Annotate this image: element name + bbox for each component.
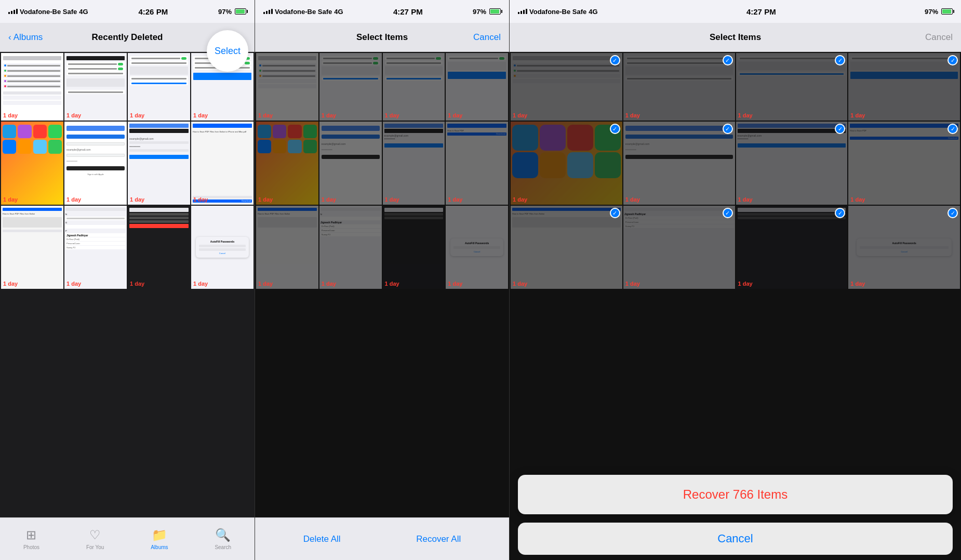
cancel-button-2[interactable]: Cancel — [473, 32, 501, 43]
thumb-p3-2-4[interactable]: How to Save PDF Download ✓ 1 day — [848, 122, 960, 205]
chevron-left-icon-1: ‹ — [8, 32, 11, 43]
panel-recover-overlay: Vodafone-Be Safe 4G 4:27 PM 97% Select I… — [509, 0, 961, 560]
thumb-p2-1-1[interactable]: 1 day — [256, 53, 318, 121]
time-label-3-1: 1 day — [3, 281, 18, 287]
thumb-p2-2-1[interactable]: 1 day — [256, 122, 318, 205]
time-label-3-2: 1 day — [66, 281, 81, 287]
check-icon-p3-1-2: ✓ — [723, 55, 733, 65]
panel-recently-deleted: Vodafone-Be Safe 4G 4:26 PM 97% ‹ Albums… — [0, 0, 255, 560]
thumb-p3-1-2[interactable]: ✓ 1 day — [623, 53, 735, 121]
status-left-3: Vodafone-Be Safe 4G — [518, 8, 598, 16]
cancel-recover-label: Cancel — [717, 532, 753, 545]
thumb-p2-2-2[interactable]: example@gmail.com •••••••••••• 1 day — [319, 122, 382, 205]
thumb-p3-2-1[interactable]: ✓ 1 day — [511, 122, 622, 205]
time-label-2-2: 1 day — [66, 196, 81, 203]
panel-select-items: Vodafone-Be Safe 4G 4:27 PM 97% Select I… — [255, 0, 509, 560]
check-icon-p3-1-4: ✓ — [947, 55, 958, 65]
status-left-1: Vodafone-Be Safe 4G — [8, 8, 88, 16]
thumb-3-1[interactable]: How to Save PDF Files from Safari 1 day — [1, 206, 63, 289]
thumb-p2-2-3[interactable]: example@gmail.com •••••••••••• 1 day — [383, 122, 445, 205]
signal-icon-2 — [263, 9, 273, 14]
thumb-p2-2-4[interactable]: How to Save PDF Download 1 day — [446, 122, 508, 205]
time-label-2-3: 1 day — [130, 196, 144, 203]
thumb-3-4[interactable]: AutoFill Passwords Cancel 1 day — [191, 206, 253, 289]
signal-icon-3 — [518, 9, 527, 14]
search-icon: 🔍 — [215, 528, 231, 542]
thumb-p3-2-2[interactable]: example@gmail.com •••••••••••• ✓ 1 day — [623, 122, 735, 205]
thumb-p2-3-2[interactable]: N Jignesh Padhiyar Dr Ravi (Patil) Perso… — [319, 206, 382, 289]
carrier-1: Vodafone-Be Safe — [20, 8, 77, 16]
status-right-1: 97% — [218, 8, 246, 16]
battery-icon-3 — [941, 8, 953, 15]
recover-all-button[interactable]: Recover All — [406, 529, 471, 550]
tab-albums-label: Albums — [151, 544, 168, 550]
back-button-1[interactable]: ‹ Albums — [8, 32, 43, 43]
time-3: 4:27 PM — [746, 7, 776, 16]
thumb-p3-1-1[interactable]: ✓ 1 day — [511, 53, 622, 121]
thumb-p2-1-3[interactable]: 1 day — [383, 53, 445, 121]
thumb-p3-2-3[interactable]: example@gmail.com •••••••••••• ✓ 1 day — [736, 122, 848, 205]
thumb-p3-3-3[interactable]: ✓ 1 day — [736, 206, 848, 289]
photo-grid-1: 1 day 1 day — [0, 52, 255, 517]
thumb-3-2[interactable]: N G P Jignesh Padhiyar Dr Ravi (Patil) P… — [64, 206, 127, 289]
delete-all-button[interactable]: Delete All — [293, 529, 351, 550]
tab-foryou-label: For You — [86, 544, 104, 550]
battery-icon-1 — [235, 8, 246, 15]
time-label-2-4: 1 day — [193, 196, 208, 203]
thumb-1-1[interactable]: 1 day — [1, 53, 63, 121]
thumb-p2-1-2[interactable]: 1 day — [319, 53, 382, 121]
thumb-p2-3-4[interactable]: AutoFill Passwords Cancel 1 day — [446, 206, 508, 289]
recover-card[interactable]: Recover 766 Items — [518, 475, 953, 514]
photo-grid-2: 1 day 1 day 1 day — [255, 52, 509, 517]
time-label-3-3: 1 day — [130, 281, 144, 287]
grid-row-3: How to Save PDF Files from Safari 1 day … — [1, 206, 253, 289]
thumb-2-4[interactable]: How to Save PDF Files from Safari to iPh… — [191, 122, 253, 205]
tab-search-label: Search — [215, 544, 231, 550]
nav-title-1: Recently Deleted — [92, 32, 163, 43]
time-label-1-1: 1 day — [3, 112, 18, 118]
thumb-2-2[interactable]: example@gmail.com •••••••••••• Sign in w… — [64, 122, 127, 205]
tab-for-you[interactable]: ♡ For You — [86, 528, 104, 550]
tab-search[interactable]: 🔍 Search — [215, 528, 231, 550]
network-2: 4G — [334, 8, 343, 16]
carrier-2: Vodafone-Be Safe — [275, 8, 332, 16]
time-2: 4:27 PM — [393, 7, 423, 16]
tab-albums[interactable]: 📁 Albums — [151, 528, 168, 550]
thumb-p3-1-4[interactable]: ✓ 1 day — [848, 53, 960, 121]
time-label-2-1: 1 day — [3, 196, 18, 203]
signal-icon — [8, 9, 18, 14]
thumb-2-3[interactable]: example@gmail.com •••••••••••• 1 day — [128, 122, 190, 205]
thumb-p3-1-3[interactable]: ✓ 1 day — [736, 53, 848, 121]
thumb-p2-3-3[interactable]: 1 day — [383, 206, 445, 289]
time-label-1-4: 1 day — [193, 112, 208, 118]
thumb-p3-3-4[interactable]: AutoFill Passwords Cancel ✓ 1 day — [848, 206, 960, 289]
check-icon-p3-2-1: ✓ — [610, 124, 620, 134]
battery-pct-3: 97% — [925, 8, 938, 16]
status-right-2: 97% — [473, 8, 501, 16]
status-bar-1: Vodafone-Be Safe 4G 4:26 PM 97% — [0, 0, 255, 23]
status-bar-2: Vodafone-Be Safe 4G 4:27 PM 97% — [255, 0, 509, 23]
check-icon-p3-1-1: ✓ — [610, 55, 620, 65]
recover-items-title: Recover 766 Items — [683, 487, 788, 501]
thumb-p3-3-1[interactable]: How to Save PDF Files from Safari ✓ 1 da… — [511, 206, 622, 289]
photo-grid-3: ✓ 1 day ✓ 1 day ✓ 1 — [510, 52, 961, 560]
thumb-p2-1-4[interactable]: 1 day — [446, 53, 508, 121]
cancel-recover-button[interactable]: Cancel — [518, 523, 953, 555]
check-icon-p3-2-4: ✓ — [947, 124, 958, 134]
time-label-1-2: 1 day — [66, 112, 81, 118]
grid-row-2: 1 day example@gmail.com •••••••••••• Sig… — [1, 122, 253, 205]
check-icon-p3-3-4: ✓ — [947, 208, 958, 218]
network-3: 4G — [589, 8, 597, 16]
thumb-p3-3-2[interactable]: Jignesh Padhiyar Dr Ravi (Patil) Persona… — [623, 206, 735, 289]
tab-photos[interactable]: ⊞ Photos — [23, 528, 39, 550]
thumb-p2-3-1[interactable]: How to Save PDF Files from Safari 1 day — [256, 206, 318, 289]
check-icon-p3-3-2: ✓ — [723, 208, 733, 218]
select-button[interactable]: Select — [207, 30, 248, 72]
nav-bar-1: ‹ Albums Recently Deleted Select — [0, 23, 255, 52]
cancel-button-3: Cancel — [925, 32, 953, 43]
thumb-1-2[interactable]: 1 day — [64, 53, 127, 121]
thumb-1-3[interactable]: 1 day — [128, 53, 190, 121]
recover-overlay: Recover 766 Items Cancel — [510, 475, 961, 560]
thumb-3-3[interactable]: 1 day — [128, 206, 190, 289]
thumb-2-1[interactable]: 1 day — [1, 122, 63, 205]
